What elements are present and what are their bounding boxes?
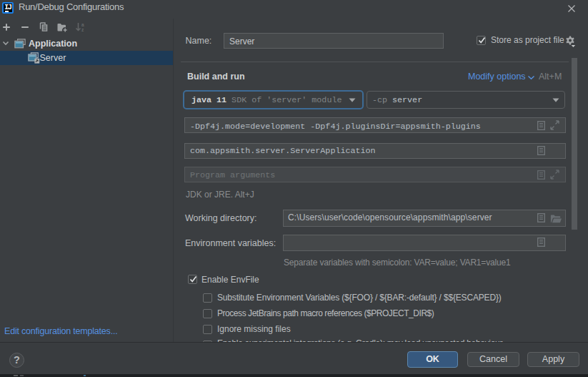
svg-text:a: a	[81, 22, 84, 27]
svg-text:z: z	[81, 27, 84, 32]
